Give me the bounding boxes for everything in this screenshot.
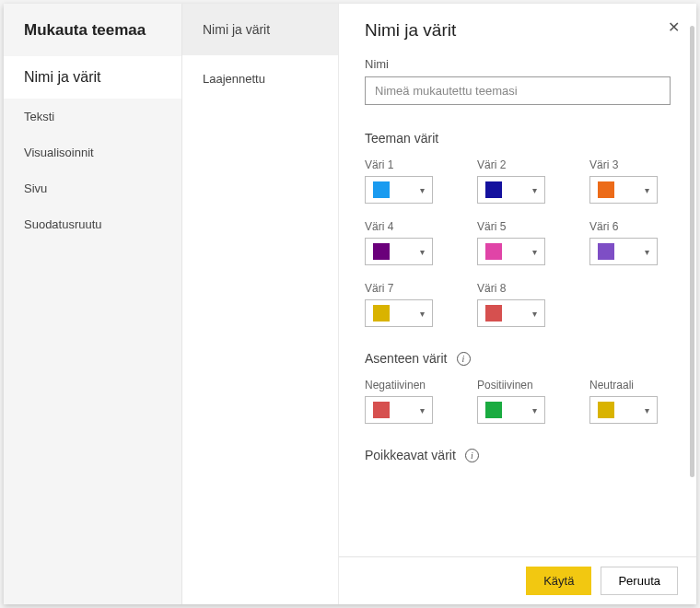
color-swatch bbox=[485, 243, 502, 260]
nav-item-text[interactable]: Teksti bbox=[4, 99, 181, 134]
color-picker-neutral[interactable]: ▾ bbox=[589, 396, 658, 424]
subnav-item-advanced[interactable]: Laajennettu bbox=[182, 55, 338, 102]
color-swatch bbox=[373, 243, 390, 260]
color-cell-8: Väri 8 ▾ bbox=[477, 282, 558, 327]
color-swatch bbox=[373, 181, 390, 198]
color-picker-2[interactable]: ▾ bbox=[477, 176, 545, 204]
info-icon[interactable]: i bbox=[457, 352, 471, 366]
color-cell-3: Väri 3 ▾ bbox=[589, 158, 671, 204]
color-label: Väri 4 bbox=[365, 220, 446, 233]
color-picker-4[interactable]: ▾ bbox=[365, 238, 433, 265]
secondary-nav: Nimi ja värit Laajennettu bbox=[182, 4, 339, 604]
nav-item-visuals[interactable]: Visualisoinnit bbox=[4, 134, 181, 170]
color-cell-5: Väri 5 ▾ bbox=[477, 220, 558, 265]
color-label: Positiivinen bbox=[477, 379, 558, 392]
sentiment-negative-cell: Negatiivinen ▾ bbox=[365, 379, 446, 424]
divergent-colors-heading: Poikkeavat värit i bbox=[365, 448, 671, 462]
color-label: Väri 6 bbox=[589, 220, 671, 233]
scrollbar[interactable] bbox=[690, 26, 694, 477]
color-label: Väri 8 bbox=[477, 282, 558, 295]
chevron-down-icon: ▾ bbox=[420, 309, 425, 319]
color-swatch bbox=[485, 305, 502, 322]
theme-name-input[interactable] bbox=[365, 76, 671, 105]
color-label: Väri 2 bbox=[477, 158, 558, 171]
nav-item-page[interactable]: Sivu bbox=[4, 170, 181, 206]
color-label: Väri 7 bbox=[365, 282, 446, 295]
chevron-down-icon: ▾ bbox=[532, 405, 537, 415]
chevron-down-icon: ▾ bbox=[420, 185, 425, 195]
color-cell-6: Väri 6 ▾ bbox=[589, 220, 671, 265]
color-label: Negatiivinen bbox=[365, 379, 446, 392]
color-swatch bbox=[598, 402, 614, 418]
color-picker-3[interactable]: ▾ bbox=[589, 176, 658, 204]
close-icon: ✕ bbox=[668, 19, 680, 35]
chevron-down-icon: ▾ bbox=[420, 405, 425, 415]
theme-colors-heading: Teeman värit bbox=[365, 131, 671, 146]
color-cell-2: Väri 2 ▾ bbox=[477, 158, 558, 204]
color-swatch bbox=[598, 181, 614, 198]
theme-colors-grid: Väri 1 ▾ Väri 2 ▾ Väri 3 ▾ bbox=[365, 158, 671, 327]
chevron-down-icon: ▾ bbox=[532, 185, 537, 195]
chevron-down-icon: ▾ bbox=[420, 247, 425, 257]
color-swatch bbox=[485, 181, 502, 198]
panel-title: Nimi ja värit bbox=[365, 20, 671, 41]
chevron-down-icon: ▾ bbox=[645, 405, 649, 415]
sentiment-colors-heading: Asenteen värit i bbox=[365, 351, 671, 366]
color-cell-1: Väri 1 ▾ bbox=[365, 158, 446, 204]
color-label: Väri 5 bbox=[477, 220, 558, 233]
color-label: Väri 3 bbox=[589, 158, 671, 171]
color-swatch bbox=[485, 402, 502, 418]
dialog-footer: Käytä Peruuta bbox=[339, 556, 696, 604]
color-swatch bbox=[598, 243, 614, 260]
theme-colors-label: Teeman värit bbox=[365, 131, 438, 146]
color-label: Neutraali bbox=[589, 379, 671, 392]
color-picker-positive[interactable]: ▾ bbox=[477, 396, 545, 424]
subnav-item-name-colors[interactable]: Nimi ja värit bbox=[182, 4, 338, 55]
nav-item-filter-pane[interactable]: Suodatusruutu bbox=[4, 206, 181, 242]
sentiment-positive-cell: Positiivinen ▾ bbox=[477, 379, 558, 424]
sentiment-label: Asenteen värit bbox=[365, 351, 448, 366]
color-picker-6[interactable]: ▾ bbox=[589, 238, 658, 265]
sentiment-colors-grid: Negatiivinen ▾ Positiivinen ▾ Neutraali … bbox=[365, 379, 671, 424]
chevron-down-icon: ▾ bbox=[532, 309, 537, 319]
sentiment-neutral-cell: Neutraali ▾ bbox=[589, 379, 671, 424]
cancel-button[interactable]: Peruuta bbox=[601, 567, 678, 595]
divergent-label: Poikkeavat värit bbox=[365, 448, 456, 462]
customize-theme-dialog: Mukauta teemaa Nimi ja värit Teksti Visu… bbox=[4, 4, 696, 604]
color-label: Väri 1 bbox=[365, 158, 446, 171]
color-cell-7: Väri 7 ▾ bbox=[365, 282, 446, 327]
nav-item-name-colors[interactable]: Nimi ja värit bbox=[4, 56, 181, 99]
color-picker-1[interactable]: ▾ bbox=[365, 176, 433, 204]
color-picker-negative[interactable]: ▾ bbox=[365, 396, 433, 424]
color-picker-8[interactable]: ▾ bbox=[477, 299, 545, 327]
chevron-down-icon: ▾ bbox=[645, 247, 649, 257]
color-picker-5[interactable]: ▾ bbox=[477, 238, 545, 265]
color-picker-7[interactable]: ▾ bbox=[365, 299, 433, 327]
color-swatch bbox=[373, 305, 390, 322]
main-panel: ✕ Nimi ja värit Nimi Teeman värit Väri 1… bbox=[339, 4, 696, 604]
color-cell-4: Väri 4 ▾ bbox=[365, 220, 446, 265]
name-label: Nimi bbox=[365, 57, 671, 71]
chevron-down-icon: ▾ bbox=[645, 185, 649, 195]
primary-nav: Mukauta teemaa Nimi ja värit Teksti Visu… bbox=[4, 4, 182, 604]
chevron-down-icon: ▾ bbox=[532, 247, 537, 257]
info-icon[interactable]: i bbox=[465, 449, 479, 462]
close-button[interactable]: ✕ bbox=[668, 18, 680, 36]
dialog-title: Mukauta teemaa bbox=[4, 4, 181, 56]
apply-button[interactable]: Käytä bbox=[526, 567, 591, 595]
color-swatch bbox=[373, 402, 390, 418]
